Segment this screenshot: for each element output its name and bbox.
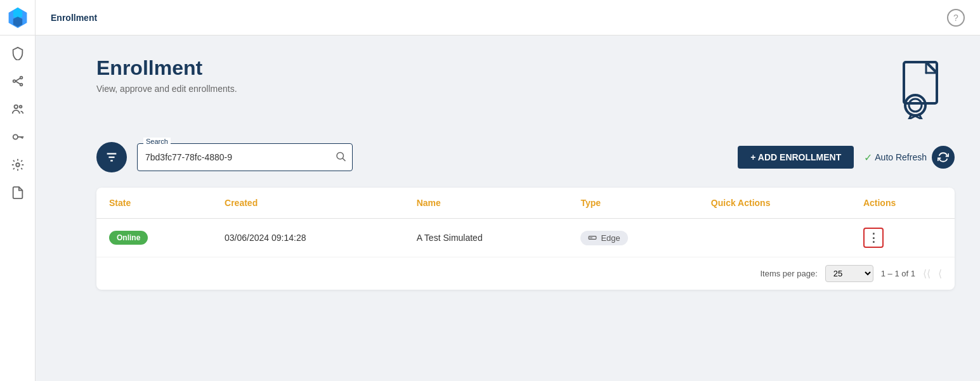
svg-point-8: [14, 105, 18, 109]
toolbar: Search + ADD ENROLLMENT ✓ Auto Refresh: [96, 142, 955, 172]
help-button[interactable]: ?: [947, 9, 965, 27]
col-created: Created: [212, 188, 404, 219]
items-per-page-label: Items per page:: [760, 269, 817, 278]
search-button[interactable]: [335, 151, 346, 164]
col-actions: Actions: [851, 188, 955, 219]
svg-point-10: [13, 134, 17, 139]
app-logo[interactable]: [0, 0, 36, 36]
svg-point-9: [19, 106, 22, 108]
sidebar-item-users[interactable]: [5, 96, 30, 122]
enrollments-table: State Created Name Type Quick Actions Ac…: [96, 188, 955, 290]
svg-point-5: [20, 84, 22, 86]
sidebar-item-keys[interactable]: [5, 124, 30, 150]
refresh-button[interactable]: [932, 146, 955, 169]
cell-actions: ⋮: [851, 219, 955, 257]
auto-refresh-container: ✓ Auto Refresh: [864, 146, 955, 169]
items-per-page-select[interactable]: 25 10 50 100: [825, 265, 873, 282]
topbar: Enrollment ?: [36, 0, 980, 36]
auto-refresh-label: ✓ Auto Refresh: [864, 152, 927, 164]
filter-button[interactable]: [96, 142, 127, 172]
svg-line-6: [15, 78, 20, 81]
sidebar: [0, 0, 36, 381]
cell-created: 03/06/2024 09:14:28: [212, 219, 404, 257]
cell-quick-actions: [698, 219, 851, 257]
svg-point-4: [20, 77, 22, 79]
topbar-title: Enrollment: [51, 13, 97, 23]
table-row: Online 03/06/2024 09:14:28 A Test Simula…: [96, 219, 955, 257]
pagination: Items per page: 25 10 50 100 1 – 1 of 1 …: [109, 265, 942, 282]
search-label: Search: [143, 138, 171, 145]
col-quick-actions: Quick Actions: [698, 188, 851, 219]
page-header-left: Enrollment View, approve and edit enroll…: [96, 56, 237, 94]
add-enrollment-button[interactable]: + ADD ENROLLMENT: [738, 146, 854, 169]
svg-point-20: [909, 99, 922, 112]
svg-point-3: [13, 80, 15, 82]
page-title: Enrollment: [96, 56, 237, 80]
toolbar-right: + ADD ENROLLMENT ✓ Auto Refresh: [738, 146, 955, 169]
cell-state: Online: [96, 219, 212, 257]
table-container: State Created Name Type Quick Actions Ac…: [96, 188, 955, 290]
main-content: Enrollment View, approve and edit enroll…: [71, 36, 980, 381]
sidebar-item-topology[interactable]: [5, 68, 30, 94]
svg-point-14: [16, 163, 20, 167]
search-input[interactable]: [137, 143, 353, 171]
svg-point-28: [337, 153, 344, 160]
check-icon: ✓: [864, 152, 872, 164]
sidebar-item-security[interactable]: [5, 41, 30, 66]
svg-line-29: [343, 158, 345, 161]
pagination-row: Items per page: 25 10 50 100 1 – 1 of 1 …: [96, 257, 955, 290]
col-type: Type: [568, 188, 698, 219]
svg-line-7: [15, 81, 20, 84]
page-description: View, approve and edit enrollments.: [96, 84, 237, 94]
enrollment-icon: [891, 56, 955, 122]
cell-name: A Test Simulated: [404, 219, 568, 257]
prev-page-button[interactable]: ⟨: [938, 268, 942, 280]
cell-type: Edge: [568, 219, 698, 257]
page-info: 1 – 1 of 1: [881, 269, 915, 278]
page-header: Enrollment View, approve and edit enroll…: [96, 56, 955, 122]
first-page-button[interactable]: ⟨⟨: [923, 268, 931, 280]
sidebar-item-documents[interactable]: [5, 180, 30, 205]
search-container: Search: [137, 143, 353, 171]
row-actions-button[interactable]: ⋮: [863, 228, 884, 248]
svg-line-16: [926, 62, 937, 73]
table-header-row: State Created Name Type Quick Actions Ac…: [96, 188, 955, 219]
status-badge: Online: [109, 231, 148, 245]
type-badge: Edge: [580, 231, 627, 245]
sidebar-item-integrations[interactable]: [5, 152, 30, 178]
col-state: State: [96, 188, 212, 219]
col-name: Name: [404, 188, 568, 219]
